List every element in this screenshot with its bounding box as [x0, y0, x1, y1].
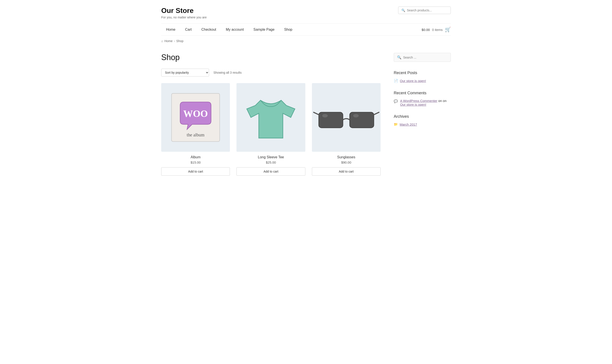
nav-shop[interactable]: Shop: [279, 24, 297, 36]
cart-amount: $0.00: [422, 28, 430, 32]
archive-icon: 📁: [394, 122, 398, 126]
site-tagline: For you, no matter where you are: [161, 15, 207, 19]
sidebar-recent-posts: Recent Posts 📄 Our store is open!: [394, 71, 451, 83]
comment-item-0: 💬 A WordPress Commenter on on Our store …: [394, 99, 451, 106]
products-grid: WOO the album Album $15.00 Add to cart: [161, 83, 381, 176]
svg-point-7: [322, 114, 328, 117]
svg-point-8: [353, 114, 359, 117]
nav-sample-page[interactable]: Sample Page: [248, 24, 279, 36]
comment-on: on: [438, 99, 442, 103]
shop-title: Shop: [161, 53, 381, 62]
product-price-tee: $25.00: [236, 160, 305, 164]
comment-on-word: on: [443, 99, 447, 103]
product-card-tee: Long Sleeve Tee $25.00 Add to cart: [236, 83, 305, 176]
recent-posts-title: Recent Posts: [394, 71, 451, 75]
header-search-box[interactable]: 🔍: [398, 7, 451, 14]
post-icon: 📄: [394, 79, 398, 83]
archive-item-0: 📁 March 2017: [394, 122, 451, 126]
recent-comments-title: Recent Comments: [394, 91, 451, 95]
sidebar-search-input[interactable]: [403, 56, 447, 59]
nav-links: Home Cart Checkout My account Sample Pag…: [161, 24, 297, 36]
product-price-sunglasses: $90.00: [312, 160, 381, 164]
breadcrumb-separator: ›: [174, 39, 175, 43]
main-content: Shop Sort by popularity Sort by average …: [161, 46, 451, 189]
product-card-sunglasses: Sunglasses $90.00 Add to cart: [312, 83, 381, 176]
product-image-sunglasses[interactable]: [312, 83, 381, 152]
svg-rect-3: [319, 112, 343, 128]
cart-items-count: 0 items: [432, 28, 443, 32]
product-card-album: WOO the album Album $15.00 Add to cart: [161, 83, 230, 176]
add-to-cart-album[interactable]: Add to cart: [161, 167, 230, 176]
comment-icon: 💬: [394, 99, 398, 103]
sidebar-search-box[interactable]: 🔍: [394, 53, 451, 62]
product-name-sunglasses: Sunglasses: [312, 155, 381, 159]
home-icon: ⌂: [161, 39, 163, 43]
product-image-album[interactable]: WOO the album: [161, 83, 230, 152]
archives-title: Archives: [394, 114, 451, 119]
breadcrumb-home[interactable]: Home: [164, 39, 172, 43]
header-search-icon: 🔍: [402, 9, 405, 12]
breadcrumb-current: Shop: [176, 39, 183, 43]
svg-text:the album: the album: [187, 132, 204, 137]
svg-rect-4: [350, 112, 374, 128]
sunglasses-artwork: [312, 83, 381, 152]
sidebar-search-icon: 🔍: [397, 55, 402, 59]
sidebar-recent-comments: Recent Comments 💬 A WordPress Commenter …: [394, 91, 451, 106]
product-name-tee: Long Sleeve Tee: [236, 155, 305, 159]
svg-line-6: [374, 112, 379, 115]
shop-toolbar: Sort by popularity Sort by average ratin…: [161, 69, 381, 77]
album-artwork: WOO the album: [161, 83, 230, 152]
header-search-input[interactable]: [407, 9, 447, 12]
cart-info: $0.00 0 items 🛒: [422, 27, 451, 32]
product-image-tee[interactable]: [236, 83, 305, 152]
site-title: Our Store: [161, 7, 207, 15]
sidebar-archives: Archives 📁 March 2017: [394, 114, 451, 126]
breadcrumb: ⌂ Home › Shop: [161, 36, 451, 46]
recent-post-link-0[interactable]: Our store is open!: [400, 79, 426, 83]
sort-select[interactable]: Sort by popularity Sort by average ratin…: [161, 69, 209, 77]
site-nav: Home Cart Checkout My account Sample Pag…: [161, 24, 451, 36]
results-count: Showing all 3 results: [213, 71, 242, 74]
svg-line-5: [313, 112, 319, 115]
add-to-cart-tee[interactable]: Add to cart: [236, 167, 305, 176]
sidebar: 🔍 Recent Posts 📄 Our store is open! Rece…: [394, 53, 451, 176]
content-area: Shop Sort by popularity Sort by average …: [161, 53, 381, 176]
nav-cart[interactable]: Cart: [180, 24, 196, 36]
product-price-album: $15.00: [161, 160, 230, 164]
nav-home[interactable]: Home: [161, 24, 180, 36]
nav-checkout[interactable]: Checkout: [196, 24, 221, 36]
archive-link-0[interactable]: March 2017: [400, 123, 417, 126]
comment-post-link[interactable]: Our store is open!: [400, 103, 426, 106]
tee-artwork: [236, 83, 305, 152]
nav-my-account[interactable]: My account: [221, 24, 249, 36]
site-branding: Our Store For you, no matter where you a…: [161, 7, 207, 19]
cart-icon[interactable]: 🛒: [445, 27, 451, 32]
add-to-cart-sunglasses[interactable]: Add to cart: [312, 167, 381, 176]
comment-author-link[interactable]: A WordPress Commenter: [400, 99, 437, 103]
product-name-album: Album: [161, 155, 230, 159]
svg-text:WOO: WOO: [183, 108, 208, 119]
